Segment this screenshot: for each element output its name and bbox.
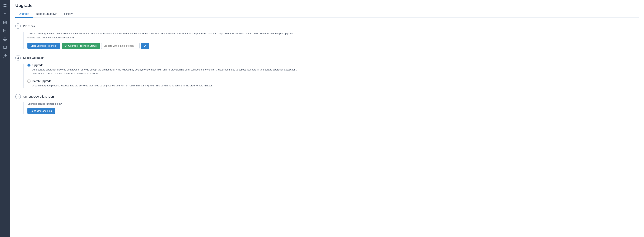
svg-rect-14 <box>4 46 7 49</box>
option-upgrade: Upgrade An upgrade operation involves sh… <box>28 64 639 76</box>
monitor-icon <box>3 46 7 50</box>
step-3-header: 3 Current Operation: IDLE <box>15 94 639 99</box>
sidebar-item-reports[interactable] <box>1 19 9 26</box>
upgrade-precheck-status-button[interactable]: ✓ Upgrade Precheck Status <box>62 43 100 49</box>
step-3-info: Upgrade can be initiated below. <box>28 102 639 105</box>
svg-rect-0 <box>4 4 5 5</box>
step-2-section: 2 Select Operation: Upgrade An upgrade o… <box>15 55 639 88</box>
svg-point-6 <box>6 15 6 15</box>
step-3-number: 3 <box>15 94 21 99</box>
svg-line-7 <box>4 13 5 15</box>
checkmark-icon: ✓ <box>65 44 67 48</box>
grid-icon <box>3 4 7 7</box>
option-patch-upgrade-label[interactable]: Patch Upgrade <box>28 80 639 83</box>
step-1-content: The last pre-upgrade site check complete… <box>23 32 639 49</box>
step-1-section: 1 Precheck The last pre-upgrade site che… <box>15 23 639 49</box>
svg-rect-3 <box>5 6 6 7</box>
option-patch-upgrade-title: Patch Upgrade <box>32 80 52 83</box>
sidebar-item-analytics[interactable] <box>1 27 9 35</box>
page-header: Upgrade Upgrade Reboot/Shutdown History <box>10 0 644 18</box>
step-3-title: Current Operation: IDLE <box>23 95 54 98</box>
step-1-description: The last pre-upgrade site check complete… <box>28 32 296 40</box>
tab-reboot-shutdown[interactable]: Reboot/Shutdown <box>32 10 61 18</box>
send-upgrade-link-button[interactable]: Send Upgrade Link <box>28 108 55 114</box>
confirm-checkmark-icon <box>144 44 146 48</box>
svg-rect-1 <box>5 4 6 5</box>
option-patch-upgrade-radio[interactable] <box>28 80 30 83</box>
svg-line-8 <box>5 13 6 15</box>
tabs: Upgrade Reboot/Shutdown History <box>15 10 639 18</box>
step-2-content: Upgrade An upgrade operation involves sh… <box>23 64 639 88</box>
start-upgrade-precheck-button[interactable]: Start Upgrade Precheck <box>28 43 60 49</box>
sidebar-item-dashboard[interactable] <box>1 2 9 9</box>
option-upgrade-label[interactable]: Upgrade <box>28 64 639 67</box>
tab-upgrade[interactable]: Upgrade <box>15 10 32 18</box>
step-2-number: 2 <box>15 55 21 61</box>
svg-rect-2 <box>4 6 5 7</box>
option-upgrade-radio[interactable] <box>28 64 30 67</box>
step-2-title: Select Operation: <box>23 56 45 59</box>
step-1-buttons: Start Upgrade Precheck ✓ Upgrade Prechec… <box>28 43 639 49</box>
main-content: Upgrade Upgrade Reboot/Shutdown History … <box>10 0 644 237</box>
token-input[interactable] <box>101 43 140 49</box>
reports-icon <box>3 20 7 24</box>
option-patch-upgrade: Patch Upgrade A patch upgrade process ju… <box>28 80 639 88</box>
step-1-header: 1 Precheck <box>15 23 639 29</box>
tools-icon <box>3 54 7 58</box>
svg-point-13 <box>4 39 6 40</box>
sidebar-item-settings[interactable] <box>1 35 9 43</box>
sidebar <box>0 0 10 237</box>
step-1-number: 1 <box>15 23 21 29</box>
sidebar-item-network[interactable] <box>1 10 9 18</box>
option-upgrade-title: Upgrade <box>32 64 43 67</box>
step-3-content: Upgrade can be initiated below. Send Upg… <box>23 102 639 114</box>
confirm-token-button[interactable] <box>141 43 149 49</box>
step-1-title: Precheck <box>23 24 35 28</box>
option-upgrade-description: An upgrade operation involves shutdown o… <box>32 68 301 76</box>
sidebar-item-tools[interactable] <box>1 52 9 60</box>
step-2-header: 2 Select Operation: <box>15 55 639 61</box>
sidebar-item-monitor[interactable] <box>1 44 9 52</box>
page-title: Upgrade <box>15 3 639 8</box>
page-body: 1 Precheck The last pre-upgrade site che… <box>10 18 644 237</box>
svg-point-5 <box>4 15 4 15</box>
analytics-icon <box>3 29 7 33</box>
network-icon <box>3 12 7 16</box>
svg-point-4 <box>4 13 5 13</box>
settings-icon <box>3 37 7 41</box>
step-3-section: 3 Current Operation: IDLE Upgrade can be… <box>15 94 639 114</box>
option-patch-upgrade-description: A patch upgrade process just updates the… <box>32 84 301 88</box>
tab-history[interactable]: History <box>61 10 76 18</box>
